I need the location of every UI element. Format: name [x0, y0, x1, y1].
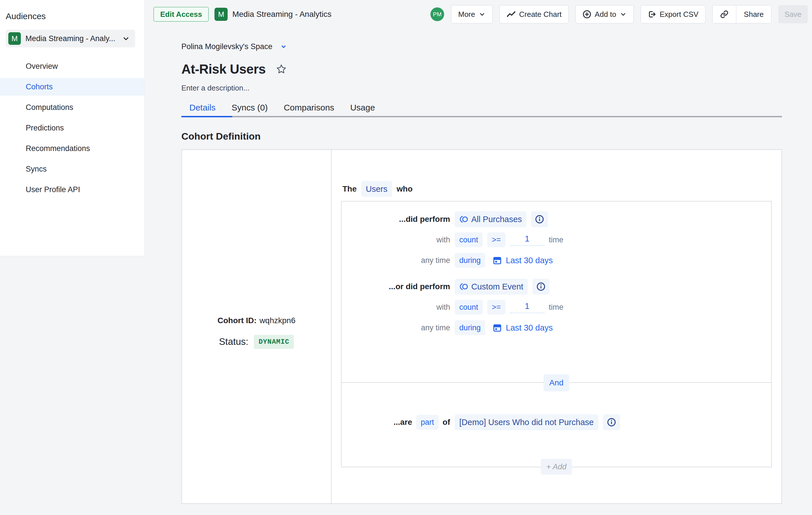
clause-row-membership: ...are part of [Demo] Users Who did not …: [353, 413, 771, 431]
operator-dropdown[interactable]: >=: [487, 300, 505, 314]
info-icon: [536, 282, 546, 291]
with-label: with: [436, 236, 450, 244]
metric-dropdown[interactable]: count: [455, 300, 483, 314]
cohort-id-line: Cohort ID: wqhzkpn6: [218, 315, 296, 326]
count-value-input[interactable]: 1: [510, 234, 544, 246]
chevron-down-icon: [479, 11, 486, 18]
status-badge: DYNAMIC: [254, 335, 294, 349]
cohort-builder-panel: The Users who ...did perform: [331, 150, 781, 503]
event-info-button[interactable]: [531, 211, 548, 227]
membership-verb: ...are: [394, 418, 412, 427]
during-dropdown[interactable]: during: [455, 320, 485, 335]
unit-label: time: [549, 303, 563, 312]
project-badge: M: [8, 32, 21, 45]
subject-dropdown[interactable]: Users: [361, 181, 392, 197]
membership-clause-section: And ...are part of [Demo] Users Who did …: [342, 382, 771, 467]
metric-dropdown[interactable]: count: [455, 232, 483, 247]
event-selector[interactable]: All Purchases: [455, 211, 526, 227]
clause-verb: ...or did perform: [389, 282, 450, 291]
chevron-down-icon: [280, 43, 287, 50]
add-to-button[interactable]: Add to: [576, 5, 634, 23]
chevron-down-icon: [620, 11, 627, 18]
count-value-input[interactable]: 1: [510, 301, 544, 313]
project-selector-label: Media Streaming - Analy...: [25, 34, 117, 43]
add-to-label: Add to: [594, 10, 616, 19]
cohort-info-button[interactable]: [603, 414, 620, 430]
info-icon: [607, 418, 616, 427]
avatar[interactable]: PM: [430, 7, 444, 21]
event-selector[interactable]: Custom Event: [455, 279, 528, 295]
save-button[interactable]: Save: [778, 5, 808, 23]
page-title: At-Risk Users: [181, 61, 266, 77]
date-range-selector[interactable]: Last 30 days: [493, 256, 553, 265]
clause-group-box: ...did perform All Purchases: [341, 201, 772, 467]
topbar-actions: PM More Create Chart Add to: [430, 5, 808, 23]
star-icon[interactable]: [276, 64, 287, 74]
space-selector[interactable]: Polina Mogilevsky's Space: [181, 39, 287, 54]
content: Polina Mogilevsky's Space At-Risk Users …: [145, 39, 812, 504]
share-button-group: Share: [712, 5, 771, 23]
anytime-label: any time: [421, 324, 450, 332]
create-chart-button[interactable]: Create Chart: [499, 5, 569, 23]
clause-row-count: with count >= 1 time: [353, 230, 771, 250]
sidebar-item-user-profile-api[interactable]: User Profile API: [0, 181, 144, 199]
trend-line-icon: [507, 10, 516, 18]
tab-bar: Details Syncs (0) Comparisons Usage: [181, 99, 782, 116]
tab-details[interactable]: Details: [181, 99, 224, 116]
copy-link-button[interactable]: [713, 5, 736, 23]
sidebar-item-recommendations[interactable]: Recommendations: [0, 140, 144, 157]
link-icon: [720, 10, 729, 19]
chevron-down-icon: [122, 34, 130, 42]
subject-suffix: who: [397, 184, 413, 193]
cohort-id-label: Cohort ID:: [218, 316, 257, 325]
during-dropdown[interactable]: during: [455, 253, 485, 268]
cohort-definition-title: Cohort Definition: [181, 129, 782, 143]
share-button[interactable]: Share: [736, 5, 771, 23]
calendar-icon: [493, 323, 502, 332]
edit-access-button[interactable]: Edit Access: [153, 7, 209, 22]
sidebar-item-syncs[interactable]: Syncs: [0, 160, 144, 178]
cohort-selector[interactable]: [Demo] Users Who did not Purchase: [455, 414, 598, 430]
description-placeholder[interactable]: Enter a description...: [181, 82, 249, 94]
status-line: Status: DYNAMIC: [219, 334, 294, 350]
date-range-selector[interactable]: Last 30 days: [493, 323, 553, 333]
plus-circle-icon: [583, 10, 591, 19]
event-info-button[interactable]: [532, 279, 550, 295]
with-label: with: [436, 303, 450, 312]
title-row: At-Risk Users: [181, 60, 782, 78]
clause-row-timerange: any time during Last 30 days: [353, 317, 771, 338]
unit-label: time: [549, 236, 563, 244]
sidebar-nav: Overview Cohorts Computations Prediction…: [0, 57, 144, 199]
conjunction-toggle[interactable]: And: [544, 374, 569, 391]
add-clause-button[interactable]: + Add: [541, 459, 572, 475]
operator-dropdown[interactable]: >=: [487, 232, 505, 247]
anytime-label: any time: [421, 256, 450, 265]
part-dropdown[interactable]: part: [416, 415, 439, 430]
project-title: Media Streaming - Analytics: [232, 10, 331, 19]
tab-usage[interactable]: Usage: [342, 99, 383, 116]
sidebar-title: Audiences: [6, 11, 144, 21]
create-chart-label: Create Chart: [519, 10, 562, 19]
space-name: Polina Mogilevsky's Space: [181, 42, 272, 51]
sidebar-item-cohorts[interactable]: Cohorts: [0, 78, 144, 96]
info-icon: [535, 215, 544, 224]
export-csv-button[interactable]: Export CSV: [641, 5, 706, 23]
event-icon: [459, 283, 468, 290]
sidebar-item-predictions[interactable]: Predictions: [0, 119, 144, 137]
export-csv-label: Export CSV: [660, 10, 699, 19]
sidebar: Audiences M Media Streaming - Analy... O…: [0, 0, 145, 256]
clause-row-timerange: any time during Last 30 days: [353, 250, 771, 271]
sidebar-item-computations[interactable]: Computations: [0, 98, 144, 116]
sidebar-item-overview[interactable]: Overview: [0, 57, 144, 75]
tab-comparisons[interactable]: Comparisons: [276, 99, 342, 116]
cohort-definition-panel: Cohort ID: wqhzkpn6 Status: DYNAMIC The …: [181, 149, 782, 504]
clause-row-count: with count >= 1 time: [353, 297, 771, 317]
subject-prefix: The: [343, 184, 357, 193]
project-selector[interactable]: M Media Streaming - Analy...: [6, 30, 135, 48]
more-label: More: [458, 10, 475, 19]
clause-verb: ...did perform: [399, 215, 450, 224]
tab-syncs[interactable]: Syncs (0): [224, 99, 276, 116]
more-button[interactable]: More: [451, 5, 492, 23]
subject-line: The Users who: [343, 182, 781, 196]
behavior-clauses-section: ...did perform All Purchases: [342, 202, 771, 382]
